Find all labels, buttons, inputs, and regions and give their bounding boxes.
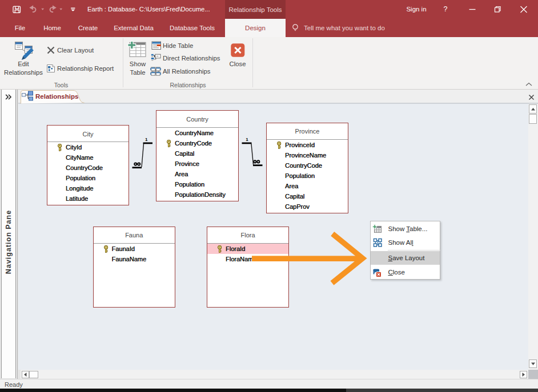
svg-text:1: 1 — [246, 137, 248, 142]
svg-text:1: 1 — [145, 137, 148, 142]
